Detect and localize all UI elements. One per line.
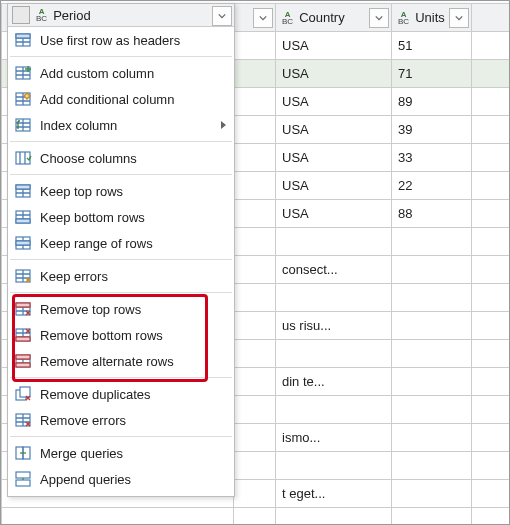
cell-country[interactable]: din te... xyxy=(276,368,392,396)
cell-units[interactable] xyxy=(392,284,472,312)
cell[interactable] xyxy=(472,340,511,368)
cell-country[interactable] xyxy=(276,340,392,368)
menu-item-remove-errors[interactable]: Remove errors xyxy=(8,407,234,433)
cell-units[interactable]: 89 xyxy=(392,88,472,116)
cell-units[interactable] xyxy=(392,368,472,396)
menu-item-keep-errors[interactable]: Keep errors xyxy=(8,263,234,289)
period-filter-button[interactable] xyxy=(212,6,232,26)
column-header-extra[interactable] xyxy=(472,4,511,32)
cell[interactable] xyxy=(472,256,511,284)
cell[interactable] xyxy=(234,312,276,340)
cell[interactable] xyxy=(234,424,276,452)
cell-country[interactable] xyxy=(276,452,392,480)
cell-units[interactable]: 39 xyxy=(392,116,472,144)
cell[interactable] xyxy=(234,88,276,116)
cell[interactable] xyxy=(472,396,511,424)
cell-units[interactable] xyxy=(392,396,472,424)
cell[interactable] xyxy=(472,312,511,340)
cell[interactable] xyxy=(472,172,511,200)
units-filter-button[interactable] xyxy=(449,8,469,28)
menu-item-add-custom-column[interactable]: Add custom column xyxy=(8,60,234,86)
cell-units[interactable]: 51 xyxy=(392,32,472,60)
cell[interactable] xyxy=(472,32,511,60)
cell-units[interactable]: 88 xyxy=(392,200,472,228)
menu-item-remove-top-rows[interactable]: Remove top rows xyxy=(8,296,234,322)
menu-item-use-first-row-headers[interactable]: Use first row as headers xyxy=(8,27,234,53)
cell-country[interactable] xyxy=(276,396,392,424)
cell[interactable] xyxy=(472,144,511,172)
cell[interactable] xyxy=(234,396,276,424)
cell[interactable] xyxy=(234,368,276,396)
cell-units[interactable] xyxy=(392,480,472,508)
menu-item-append-queries[interactable]: Append queries xyxy=(8,466,234,492)
cell-country[interactable] xyxy=(276,228,392,256)
menu-item-label: Keep errors xyxy=(40,269,226,284)
cell-units[interactable]: 33 xyxy=(392,144,472,172)
cell-country[interactable] xyxy=(276,508,392,526)
column-header-units[interactable]: ABC Units xyxy=(392,4,472,32)
cell-units[interactable] xyxy=(392,256,472,284)
cell-country[interactable]: t eget... xyxy=(276,480,392,508)
cell[interactable] xyxy=(472,480,511,508)
text-type-icon: ABC xyxy=(398,11,409,25)
cell[interactable] xyxy=(472,88,511,116)
cell-country[interactable]: USA xyxy=(276,200,392,228)
cell[interactable] xyxy=(234,480,276,508)
country-filter-button[interactable] xyxy=(369,8,389,28)
cell-country[interactable]: ismo... xyxy=(276,424,392,452)
menu-item-merge-queries[interactable]: Merge queries xyxy=(8,440,234,466)
cell[interactable] xyxy=(472,284,511,312)
menu-item-add-conditional-column[interactable]: Add conditional column xyxy=(8,86,234,112)
cell-units[interactable]: 71 xyxy=(392,60,472,88)
cell[interactable] xyxy=(472,200,511,228)
cell-units[interactable]: 22 xyxy=(392,172,472,200)
menu-item-keep-range-of-rows[interactable]: Keep range of rows xyxy=(8,230,234,256)
cell[interactable] xyxy=(234,256,276,284)
column-header-country[interactable]: ABC Country xyxy=(276,4,392,32)
cell[interactable] xyxy=(234,200,276,228)
cell[interactable] xyxy=(472,60,511,88)
cell-country[interactable]: us risu... xyxy=(276,312,392,340)
cell[interactable] xyxy=(2,508,234,526)
cell-units[interactable] xyxy=(392,228,472,256)
cell[interactable] xyxy=(234,60,276,88)
menu-item-keep-top-rows[interactable]: Keep top rows xyxy=(8,178,234,204)
cell-country[interactable]: USA xyxy=(276,116,392,144)
cell-units[interactable] xyxy=(392,452,472,480)
cell[interactable] xyxy=(234,116,276,144)
cell-units[interactable] xyxy=(392,424,472,452)
menu-item-keep-bottom-rows[interactable]: Keep bottom rows xyxy=(8,204,234,230)
cell[interactable] xyxy=(234,452,276,480)
cell-country[interactable]: USA xyxy=(276,88,392,116)
cell[interactable] xyxy=(234,32,276,60)
cell[interactable] xyxy=(472,228,511,256)
cell[interactable] xyxy=(234,172,276,200)
cell[interactable] xyxy=(234,228,276,256)
menu-header[interactable]: ABC Period xyxy=(8,4,234,27)
cell-country[interactable]: USA xyxy=(276,144,392,172)
cell[interactable] xyxy=(234,508,276,526)
table-row[interactable] xyxy=(2,508,511,526)
menu-item-choose-columns[interactable]: Choose columns xyxy=(8,145,234,171)
cell[interactable] xyxy=(472,508,511,526)
cell-country[interactable]: USA xyxy=(276,172,392,200)
menu-item-remove-duplicates[interactable]: Remove duplicates xyxy=(8,381,234,407)
cell-units[interactable] xyxy=(392,340,472,368)
menu-item-remove-bottom-rows[interactable]: Remove bottom rows xyxy=(8,322,234,348)
cell[interactable] xyxy=(472,368,511,396)
cell-units[interactable] xyxy=(392,312,472,340)
cell-country[interactable]: consect... xyxy=(276,256,392,284)
cell[interactable] xyxy=(234,340,276,368)
cell[interactable] xyxy=(234,284,276,312)
cell-units[interactable] xyxy=(392,508,472,526)
period-filter-button[interactable] xyxy=(253,8,273,28)
cell-country[interactable] xyxy=(276,284,392,312)
cell-country[interactable]: USA xyxy=(276,60,392,88)
cell-country[interactable]: USA xyxy=(276,32,392,60)
cell[interactable] xyxy=(472,424,511,452)
menu-item-index-column[interactable]: Index column xyxy=(8,112,234,138)
cell[interactable] xyxy=(472,452,511,480)
menu-item-remove-alternate-rows[interactable]: Remove alternate rows xyxy=(8,348,234,374)
cell[interactable] xyxy=(472,116,511,144)
cell[interactable] xyxy=(234,144,276,172)
